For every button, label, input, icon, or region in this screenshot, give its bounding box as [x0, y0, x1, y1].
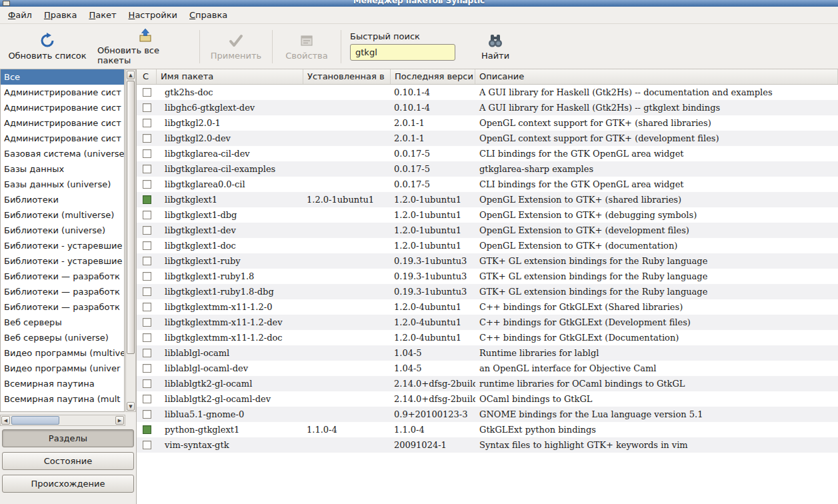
sidebar-category-item[interactable]: Веб серверы	[1, 315, 124, 330]
sidebar-category-item[interactable]: Администрирование сист	[1, 85, 124, 100]
reload-button[interactable]: Обновить список	[1, 27, 93, 67]
sidebar-category-item[interactable]: Видео программы (multive	[1, 345, 124, 361]
sidebar-horizontal-scrollbar[interactable]: ◀ ▶	[0, 415, 125, 426]
sidebar-category-item[interactable]: Библиотеки (multiverse)	[1, 207, 124, 223]
not-installed-checkbox[interactable]	[143, 226, 151, 235]
package-row[interactable]: libgtkglarea-cil-examples0.0.17-5gtkglar…	[137, 161, 838, 177]
package-row[interactable]: python-gtkglext11.1.0-41.1.0-4GtkGLExt p…	[137, 422, 838, 437]
package-row[interactable]: liblua5.1-gnome-00.9+20100123-3GNOME bin…	[137, 407, 838, 422]
column-header-latest-version[interactable]: Последняя верси	[391, 69, 475, 84]
package-row[interactable]: libgtkglextmm-x11-1.2-doc1.2.0-4ubuntu1C…	[137, 330, 838, 345]
quick-search-input[interactable]	[350, 44, 455, 61]
scroll-down-arrow[interactable]: ▼	[127, 402, 135, 411]
package-row[interactable]: libgtkglext1-dev1.2.0-1ubuntu1OpenGL Ext…	[137, 223, 838, 238]
apply-button[interactable]: Применить	[202, 27, 270, 67]
not-installed-checkbox[interactable]	[143, 88, 151, 97]
sidebar-category-item[interactable]: Библиотеки — разработк	[1, 299, 124, 315]
not-installed-checkbox[interactable]	[143, 379, 151, 388]
package-row[interactable]: libgtkglext1-ruby1.80.19.3-1ubuntu3GTK+ …	[137, 269, 838, 284]
sidebar-category-item[interactable]: Базы данных (universe)	[1, 177, 124, 192]
column-header-status[interactable]: С	[137, 69, 157, 84]
not-installed-checkbox[interactable]	[143, 318, 151, 327]
column-header-description[interactable]: Описание	[475, 69, 838, 84]
sidebar-view-button[interactable]: Происхождение	[2, 475, 134, 493]
sidebar-category-item[interactable]: Библиотеки	[1, 192, 124, 207]
mark-all-upgrades-button[interactable]: Обновить все пакеты	[93, 27, 197, 67]
window-title: Менеджер пакетов Synaptic	[0, 0, 838, 5]
find-button[interactable]: Найти	[470, 27, 521, 67]
package-row[interactable]: libghc6-gtkglext-dev0.10.1-4A GUI librar…	[137, 100, 838, 115]
scroll-left-arrow[interactable]: ◀	[1, 416, 10, 425]
installed-checkbox[interactable]	[143, 195, 151, 204]
menubar-item[interactable]: Пакет	[83, 7, 122, 23]
package-row[interactable]: libgtkglext11.2.0-1ubuntu11.2.0-1ubuntu1…	[137, 192, 838, 207]
sidebar-view-button[interactable]: Состояние	[2, 452, 134, 470]
sidebar-category-item[interactable]: Всемирная паутина	[1, 376, 124, 391]
not-installed-checkbox[interactable]	[143, 333, 151, 342]
menubar-item[interactable]: Файл	[2, 7, 38, 23]
package-row[interactable]: liblablgl-ocaml-dev1.04-5an OpenGL inter…	[137, 361, 838, 376]
package-row[interactable]: libgtkglarea0.0-cil0.0.17-5CLI bindings …	[137, 177, 838, 192]
menubar-item[interactable]: Настройки	[123, 7, 183, 23]
package-row[interactable]: libgtkglext1-dbg1.2.0-1ubuntu1OpenGL Ext…	[137, 207, 838, 223]
not-installed-checkbox[interactable]	[143, 165, 151, 173]
package-row[interactable]: libgtkglext1-doc1.2.0-1ubuntu1OpenGL Ext…	[137, 238, 838, 253]
column-header-installed-version[interactable]: Установленная в	[303, 69, 391, 84]
package-row[interactable]: liblablgtk2-gl-ocaml2.14.0+dfsg-2build1r…	[137, 376, 838, 391]
not-installed-checkbox[interactable]	[143, 287, 151, 296]
not-installed-checkbox[interactable]	[143, 257, 151, 265]
horizontal-scroll-thumb[interactable]	[11, 416, 59, 425]
not-installed-checkbox[interactable]	[143, 149, 151, 158]
package-row[interactable]: libgtkglextmm-x11-1.2-dev1.2.0-4ubuntu1C…	[137, 315, 838, 330]
sidebar-category-item[interactable]: Администрирование сист	[1, 100, 124, 115]
not-installed-checkbox[interactable]	[143, 441, 151, 449]
package-description: OpenGL Extension to GTK+ (shared librari…	[475, 192, 838, 207]
sidebar-category-item[interactable]: Библиотеки - устаревшие	[1, 238, 124, 253]
sidebar-category-item[interactable]: Библиотеки — разработк	[1, 284, 124, 299]
sidebar-category-item[interactable]: Базовая система (universe	[1, 146, 124, 161]
sidebar-vertical-scrollbar[interactable]: ▲ ▼	[125, 69, 136, 412]
package-row[interactable]: libgtkgl2.0-dev2.0.1-1OpenGL context sup…	[137, 131, 838, 146]
scroll-right-arrow[interactable]: ▶	[115, 416, 124, 425]
sidebar-category-item[interactable]: Веб серверы (universe)	[1, 330, 124, 345]
sidebar-category-item[interactable]: Библиотеки (universe)	[1, 223, 124, 238]
menubar-item[interactable]: Справка	[183, 7, 233, 23]
not-installed-checkbox[interactable]	[143, 134, 151, 143]
sidebar-category-item[interactable]: Все	[1, 69, 124, 85]
package-row[interactable]: libgtkglarea-cil-dev0.0.17-5CLI bindings…	[137, 146, 838, 161]
properties-button[interactable]: Свойства	[275, 27, 339, 67]
not-installed-checkbox[interactable]	[143, 395, 151, 403]
sidebar-category-item[interactable]: Всемирная паутина (mult	[1, 391, 124, 407]
installed-checkbox[interactable]	[143, 425, 151, 434]
not-installed-checkbox[interactable]	[143, 303, 151, 311]
column-header-name[interactable]: Имя пакета	[157, 69, 303, 84]
not-installed-checkbox[interactable]	[143, 119, 151, 127]
sidebar-category-item[interactable]: Базы данных	[1, 161, 124, 177]
package-description: OpenGL context support for GTK+ (shared …	[475, 115, 838, 131]
not-installed-checkbox[interactable]	[143, 349, 151, 357]
menubar-item[interactable]: Правка	[38, 7, 83, 23]
package-row[interactable]: liblablgl-ocaml1.04-5Runtime libraries f…	[137, 345, 838, 361]
not-installed-checkbox[interactable]	[143, 364, 151, 373]
not-installed-checkbox[interactable]	[143, 211, 151, 219]
sidebar-category-item[interactable]: Библиотеки — разработк	[1, 269, 124, 284]
sidebar-category-item[interactable]: Администрирование сист	[1, 115, 124, 131]
package-row[interactable]: libgtkgl2.0-12.0.1-1OpenGL context suppo…	[137, 115, 838, 131]
sidebar-view-button[interactable]: Разделы	[2, 429, 134, 447]
not-installed-checkbox[interactable]	[143, 180, 151, 189]
not-installed-checkbox[interactable]	[143, 103, 151, 112]
package-row[interactable]: libgtkglext1-ruby0.19.3-1ubuntu3GTK+ GL …	[137, 253, 838, 269]
sidebar-category-item[interactable]: Библиотеки - устаревшие	[1, 253, 124, 269]
package-row[interactable]: vim-syntax-gtk20091024-1Syntax files to …	[137, 437, 838, 453]
not-installed-checkbox[interactable]	[143, 410, 151, 419]
not-installed-checkbox[interactable]	[143, 272, 151, 281]
package-row[interactable]: libgtkglext1-ruby1.8-dbg0.19.3-1ubuntu3G…	[137, 284, 838, 299]
package-row[interactable]: libgtkglextmm-x11-1.2-01.2.0-4ubuntu1C++…	[137, 299, 838, 315]
scroll-up-arrow[interactable]: ▲	[127, 71, 135, 79]
package-row[interactable]: liblablgtk2-gl-ocaml-dev2.14.0+dfsg-2bui…	[137, 391, 838, 407]
sidebar-category-item[interactable]: Видео программы (univer	[1, 361, 124, 376]
vertical-scroll-thumb[interactable]	[127, 81, 135, 354]
sidebar-category-item[interactable]: Администрирование сист	[1, 131, 124, 146]
not-installed-checkbox[interactable]	[143, 241, 151, 250]
package-row[interactable]: gtk2hs-doc0.10.1-4A GUI library for Hask…	[137, 85, 838, 100]
